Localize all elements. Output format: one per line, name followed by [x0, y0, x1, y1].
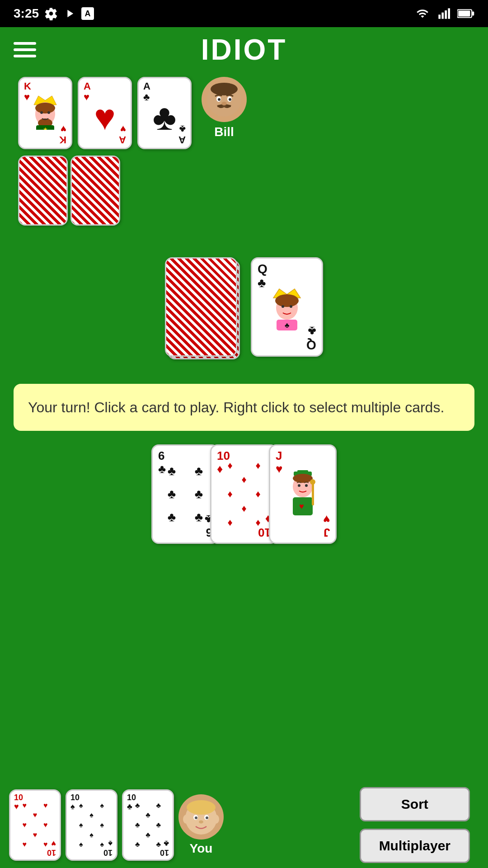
bottom-buttons: Sort Multiplayer [360, 787, 470, 863]
card-rank-suit-bottom: 10♠ [103, 839, 113, 857]
svg-point-44 [206, 816, 208, 819]
menu-line-1 [14, 42, 36, 45]
svg-point-25 [282, 305, 284, 308]
card-rank-suit-bottom: 10♣ [160, 839, 169, 857]
multiplayer-button[interactable]: Multiplayer [360, 829, 470, 863]
card-rank-suit-bottom: J♥ [323, 513, 330, 539]
svg-point-11 [40, 111, 43, 114]
card-rank-suit: A♥ [84, 81, 91, 103]
svg-point-16 [211, 83, 238, 95]
opponent-back-card-1 [18, 156, 68, 226]
card-rank-suit-bottom: A♣ [178, 123, 186, 145]
menu-line-2 [14, 48, 36, 51]
opponent-avatar-container: Bill [202, 77, 247, 139]
player-card-jackhearts[interactable]: J♥ ♥ [269, 444, 337, 544]
card-rank-suit: 10♠ [70, 793, 80, 811]
play-card-rank: Q♣ [258, 262, 267, 290]
center-play-area: Q♣ ♣ Q♣ [0, 230, 488, 366]
header: IDIOT [0, 27, 488, 72]
svg-point-40 [187, 800, 216, 815]
play-pile-top[interactable]: Q♣ ♣ Q♣ [251, 257, 323, 357]
menu-line-3 [14, 55, 36, 57]
svg-point-9 [35, 103, 55, 113]
svg-text:♥: ♥ [299, 502, 304, 511]
svg-rect-37 [312, 483, 314, 505]
svg-point-26 [290, 305, 292, 308]
king-hearts-face: ★ [29, 89, 61, 137]
svg-rect-30 [297, 470, 308, 474]
player-hand: 6♣ ♣ ♣ ♣ ♣ ♣ ♣ 6♣ 10♦ ♦ ♦ ♦ [0, 440, 488, 548]
svg-rect-6 [458, 10, 470, 16]
sort-button[interactable]: Sort [360, 787, 470, 821]
player-name: You [190, 841, 213, 856]
opponent-card-2[interactable]: A♥ ♥ A♥ [78, 77, 132, 149]
a-icon: A [81, 7, 94, 20]
battery-icon [457, 7, 474, 20]
player-card-10diamonds[interactable]: 10♦ ♦ ♦ ♦ ♦ ♦ ♦ ♦ ♦ 10♦ [210, 444, 278, 544]
svg-rect-1 [441, 13, 444, 19]
game-title: IDIOT [201, 33, 287, 66]
svg-point-43 [195, 816, 197, 819]
message-area: Your turn! Click a card to play. Right c… [14, 384, 474, 431]
svg-rect-3 [448, 8, 450, 19]
status-right [415, 7, 474, 20]
ace-clubs-center: ♣ [153, 97, 177, 138]
time-display: 3:25 [14, 6, 39, 21]
opponent-area: K♥ ★ K♥ [0, 72, 488, 154]
svg-text:★: ★ [43, 126, 48, 130]
svg-point-12 [47, 111, 50, 114]
card-rank-suit: 10♣ [127, 793, 136, 811]
svg-point-38 [310, 479, 315, 485]
card-rank-suit: 10♥ [14, 793, 23, 811]
status-bar: 3:25 A [0, 0, 488, 27]
svg-point-47 [213, 815, 219, 824]
card-rank-suit-bottom: K♥ [59, 123, 66, 145]
play-icon [63, 7, 76, 20]
status-left: 3:25 A [14, 6, 94, 21]
opponent-card-3[interactable]: A♣ ♣ A♣ [137, 77, 192, 149]
card-rank-suit: A♣ [143, 81, 150, 103]
wifi-icon [415, 7, 430, 20]
svg-point-19 [218, 98, 221, 101]
svg-point-45 [199, 821, 203, 824]
opponent-back-cards [0, 154, 488, 230]
signal-icon [437, 7, 450, 20]
svg-point-34 [305, 484, 308, 487]
svg-rect-5 [472, 12, 474, 16]
message-text: Your turn! Click a card to play. Right c… [28, 399, 444, 415]
opponent-name: Bill [214, 125, 234, 139]
svg-text:♣: ♣ [285, 321, 290, 329]
bottom-card-10spades[interactable]: 10♠ ♠♠ ♠ ♠♠ ♠ ♠♠ 10♠ [66, 789, 117, 861]
svg-point-33 [298, 484, 300, 487]
player-avatar [178, 794, 224, 840]
svg-point-46 [183, 815, 189, 824]
card-rank-suit: 10♦ [217, 449, 230, 475]
bottom-card-10clubs[interactable]: 10♣ ♣♣ ♣ ♣♣ ♣ ♣♣ 10♣ [122, 789, 174, 861]
svg-rect-2 [445, 10, 447, 19]
opponent-avatar [202, 77, 247, 122]
card-rank-suit-bottom: 10♥ [47, 839, 56, 857]
bottom-bar: 10♥ ♥♥ ♥ ♥♥ ♥ ♥♥ 10♥ 10♠ ♠♠ ♠ ♠♠ ♠ ♠♠ 10… [0, 782, 488, 868]
player-avatar-container: You [178, 794, 224, 856]
svg-point-24 [275, 294, 299, 307]
card-rank-suit-bottom: A♥ [119, 123, 126, 145]
svg-point-20 [229, 98, 231, 101]
card-rank-suit: K♥ [24, 81, 31, 103]
player-card-6clubs[interactable]: 6♣ ♣ ♣ ♣ ♣ ♣ ♣ 6♣ [151, 444, 219, 544]
menu-button[interactable] [14, 42, 36, 57]
opponent-back-card-2 [70, 156, 120, 226]
opponent-card-1[interactable]: K♥ ★ K♥ [18, 77, 72, 149]
card-rank-suit: 6♣ [158, 449, 166, 475]
settings-icon [44, 7, 58, 20]
ace-hearts-center: ♥ [94, 97, 116, 138]
play-card-rank-bottom: Q♣ [306, 324, 316, 352]
svg-point-21 [221, 102, 227, 105]
svg-point-32 [293, 474, 313, 483]
draw-pile[interactable] [165, 257, 237, 357]
svg-rect-0 [438, 14, 441, 19]
bottom-card-10hearts[interactable]: 10♥ ♥♥ ♥ ♥♥ ♥ ♥♥ 10♥ [9, 789, 61, 861]
card-rank-suit: J♥ [276, 449, 282, 475]
